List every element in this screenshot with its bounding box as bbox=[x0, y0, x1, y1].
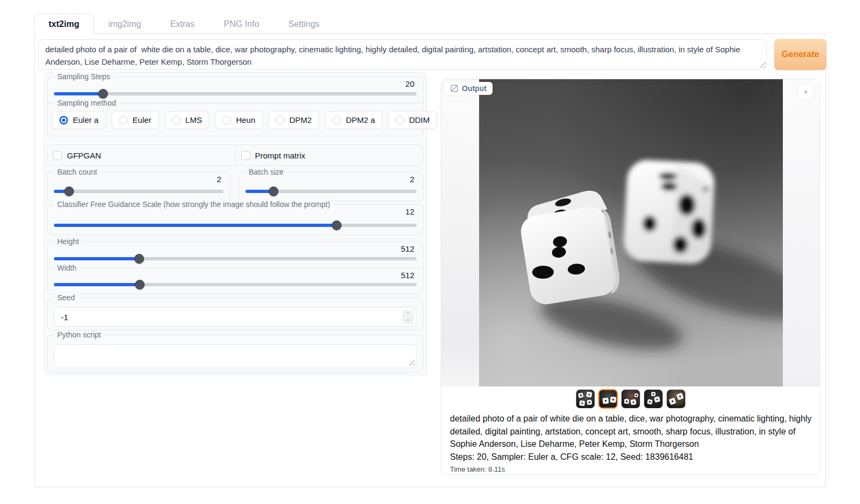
slider-handle[interactable] bbox=[135, 280, 145, 289]
sampling-steps-label: Sampling Steps bbox=[54, 72, 113, 81]
batch-size-slider[interactable] bbox=[245, 187, 417, 196]
batch-size-value: 2 bbox=[410, 175, 414, 184]
prompt-matrix-label: Prompt matrix bbox=[255, 151, 305, 160]
sampler-option-label: Euler bbox=[133, 115, 152, 125]
toggles-group: GFPGAN Prompt matrix bbox=[47, 144, 424, 166]
controls-panel: Sampling Steps 20 Sampling method Euler … bbox=[44, 72, 427, 375]
batch-size-label: Batch size bbox=[245, 168, 287, 176]
gallery-thumbnail-5[interactable] bbox=[666, 389, 686, 409]
radio-icon[interactable] bbox=[332, 116, 341, 125]
tab-txt2img[interactable]: txt2img bbox=[34, 13, 94, 34]
sampling-method-group: Sampling method Euler aEulerLMSHeunDPM2D… bbox=[47, 103, 424, 136]
generated-image[interactable] bbox=[479, 79, 783, 386]
sampling-steps-value: 20 bbox=[405, 79, 414, 88]
result-prompt-text: detailed photo of a pair of white die on… bbox=[450, 412, 815, 451]
tab-extras[interactable]: Extras bbox=[155, 13, 209, 34]
slider-handle[interactable] bbox=[98, 89, 108, 99]
result-info: detailed photo of a pair of white die on… bbox=[450, 412, 815, 473]
sampler-option-euler[interactable]: Euler bbox=[112, 111, 159, 129]
gfpgan-toggle[interactable]: GFPGAN bbox=[47, 145, 236, 165]
image-icon bbox=[451, 85, 458, 92]
output-label: Output bbox=[462, 84, 487, 93]
gallery-thumbnail-1[interactable] bbox=[576, 389, 595, 409]
width-value: 512 bbox=[401, 271, 414, 280]
output-tag: Output bbox=[445, 82, 493, 95]
sampler-option-label: DPM2 bbox=[289, 115, 312, 125]
cfg-scale-value: 12 bbox=[405, 207, 414, 216]
tab-png-info[interactable]: PNG Info bbox=[209, 13, 274, 34]
result-params-text: Steps: 20, Sampler: Euler a, CFG scale: … bbox=[450, 451, 815, 464]
batch-row: Batch count 2 Batch size 2 bbox=[47, 172, 424, 201]
tab-bar: txt2imgimg2imgExtrasPNG InfoSettings bbox=[34, 13, 334, 34]
gallery-thumbnail-2-selected[interactable] bbox=[598, 389, 618, 409]
spinner-down-icon[interactable]: ⌄ bbox=[406, 317, 410, 322]
slider-handle[interactable] bbox=[269, 187, 278, 196]
radio-icon[interactable] bbox=[172, 116, 181, 125]
sampler-option-lms[interactable]: LMS bbox=[165, 111, 210, 129]
prompt-matrix-checkbox[interactable] bbox=[241, 151, 250, 160]
gallery-padding-left bbox=[441, 79, 479, 386]
tab-settings[interactable]: Settings bbox=[274, 13, 335, 34]
prompt-input[interactable]: detailed photo of a pair of white die on… bbox=[38, 39, 767, 70]
sampler-option-dpm2-a[interactable]: DPM2 a bbox=[325, 111, 383, 129]
python-script-label: Python script bbox=[54, 330, 104, 339]
gfpgan-label: GFPGAN bbox=[67, 151, 101, 160]
sampler-option-label: Heun bbox=[236, 115, 255, 125]
batch-count-value: 2 bbox=[217, 175, 221, 184]
sampling-method-label: Sampling method bbox=[54, 99, 119, 107]
radio-icon[interactable] bbox=[119, 116, 128, 125]
radio-icon[interactable] bbox=[222, 116, 231, 125]
sampler-option-heun[interactable]: Heun bbox=[215, 111, 263, 129]
sampler-option-label: LMS bbox=[186, 115, 202, 125]
tab-img2img[interactable]: img2img bbox=[94, 13, 155, 34]
batch-count-label: Batch count bbox=[54, 168, 100, 176]
height-value: 512 bbox=[401, 244, 414, 253]
height-slider[interactable] bbox=[54, 254, 417, 264]
height-group: Height 512 bbox=[47, 241, 424, 268]
seed-input[interactable] bbox=[54, 307, 417, 327]
radio-icon[interactable] bbox=[276, 116, 284, 125]
slider-handle[interactable] bbox=[134, 254, 144, 264]
txt2img-panel: detailed photo of a pair of white die on… bbox=[34, 33, 826, 487]
width-slider[interactable] bbox=[54, 280, 417, 289]
slider-handle[interactable] bbox=[332, 220, 342, 230]
seed-spinner[interactable]: ⌃ ⌄ bbox=[402, 310, 414, 324]
time-taken-text: Time taken: 8.11s bbox=[450, 465, 815, 473]
sampler-option-euler-a[interactable]: Euler a bbox=[52, 111, 106, 129]
radio-icon[interactable] bbox=[395, 116, 404, 125]
width-group: Width 512 bbox=[47, 268, 424, 294]
height-label: Height bbox=[54, 237, 82, 246]
image-gallery bbox=[441, 79, 820, 386]
gfpgan-checkbox[interactable] bbox=[53, 151, 62, 160]
sampling-steps-slider[interactable] bbox=[54, 89, 417, 99]
python-script-group: Python script bbox=[47, 335, 424, 372]
gallery-thumbnail-3[interactable] bbox=[621, 389, 640, 409]
output-panel: Output × detailed photo of a pair of whi… bbox=[441, 79, 820, 475]
sampler-option-label: DDIM bbox=[409, 115, 429, 125]
generate-button[interactable]: Generate bbox=[774, 39, 827, 70]
batch-count-group: Batch count 2 bbox=[47, 172, 230, 201]
batch-size-group: Batch size 2 bbox=[238, 172, 424, 201]
thumbnail-row bbox=[441, 389, 820, 409]
python-script-input[interactable] bbox=[54, 344, 417, 368]
cfg-scale-slider[interactable] bbox=[54, 220, 417, 230]
gallery-thumbnail-4[interactable] bbox=[644, 389, 663, 409]
cfg-scale-label: Classifier Free Guidance Scale (how stro… bbox=[54, 200, 333, 209]
radio-checked-icon[interactable] bbox=[59, 116, 68, 125]
sampler-option-label: Euler a bbox=[73, 115, 99, 125]
sampler-option-dpm2[interactable]: DPM2 bbox=[268, 111, 319, 129]
prompt-matrix-toggle[interactable]: Prompt matrix bbox=[236, 145, 424, 165]
seed-label: Seed bbox=[54, 293, 78, 302]
sampler-option-label: DPM2 a bbox=[346, 115, 375, 125]
seed-group: Seed ⌃ ⌄ bbox=[47, 298, 424, 330]
close-icon[interactable]: × bbox=[798, 85, 813, 99]
gallery-padding-right bbox=[783, 79, 820, 386]
batch-count-slider[interactable] bbox=[54, 187, 223, 196]
width-label: Width bbox=[54, 264, 80, 272]
cfg-scale-group: Classifier Free Guidance Scale (how stro… bbox=[47, 204, 424, 235]
slider-handle[interactable] bbox=[64, 187, 74, 196]
sampling-method-options: Euler aEulerLMSHeunDPM2DPM2 aDDIMPLMS bbox=[52, 111, 493, 129]
sampler-option-ddim[interactable]: DDIM bbox=[388, 111, 437, 129]
